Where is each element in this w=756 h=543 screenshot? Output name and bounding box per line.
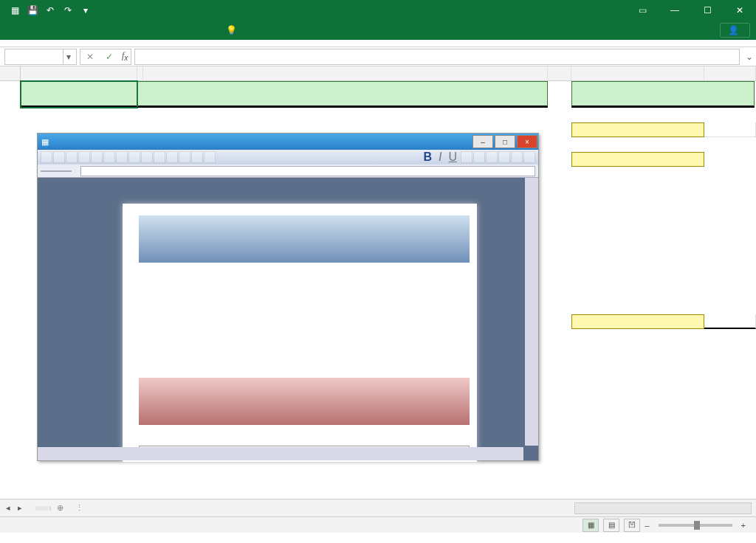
cell-r1c3[interactable] [137,81,548,108]
formula-controls: ✕ ✓ fx [80,49,131,65]
tab-file[interactable] [6,27,27,33]
enter-formula-button[interactable]: ✓ [100,49,119,64]
sheet-tab-more[interactable] [35,506,51,511]
tab-review[interactable] [148,27,168,33]
toolbar-icon [154,151,165,163]
name-box-dropdown[interactable]: ▾ [63,49,73,64]
col-header[interactable] [548,66,571,80]
qat-customize-button[interactable]: ▾ [77,1,94,19]
view-normal-button[interactable]: ▦ [583,519,599,532]
cell-graph-sheet-name-value[interactable] [704,122,756,137]
sheet-nav-prev[interactable]: ▸ [15,502,25,514]
chart-x-axis [139,432,470,443]
chart-bar-row-north [139,378,470,425]
tab-view[interactable] [171,27,192,33]
underline-icon: U [445,151,460,164]
embed-close-button: × [517,135,537,148]
formula-input[interactable] [134,49,740,65]
view-page-layout-button[interactable]: ▤ [603,519,619,532]
zoom-in-button[interactable]: + [741,521,746,530]
minimize-button[interactable]: — [659,0,691,21]
zoom-slider[interactable] [659,524,732,527]
formula-bar-row: ▾ ✕ ✓ fx ⌄ [0,47,756,66]
tab-team[interactable] [195,27,216,33]
tab-data[interactable] [124,27,145,33]
tab-formula[interactable] [100,27,121,33]
embed-hscroll [38,447,523,460]
toolbar-icon [191,151,203,163]
excel-icon: ▦ [38,137,52,147]
zoom-thumb[interactable] [694,521,700,530]
redo-button[interactable]: ↷ [59,1,77,19]
toolbar-icon [179,151,190,163]
select-all-corner[interactable] [0,66,21,80]
ribbon-collapsed [0,40,756,47]
excel-icon: ▦ [6,1,24,19]
col-header[interactable] [704,66,756,80]
status-bar: ▦ ▤ 凹 – + [0,516,756,533]
title-bar: ▦ 💾 ↶ ↷ ▾ ▭ — ☐ ✕ [0,0,756,21]
toolbar-icon [91,151,103,163]
col-header[interactable] [571,66,704,80]
embed-formula-bar [38,165,538,178]
bold-icon: B [420,151,435,164]
toolbar-icon [461,151,472,163]
worksheet-grid[interactable]: ▦ – □ × B I U [0,66,756,499]
view-page-break-button[interactable]: 凹 [624,519,640,532]
new-sheet-button[interactable]: ⊕ [51,501,69,515]
name-box[interactable]: ▾ [4,49,77,65]
cell-graph-sheet-name-label[interactable] [571,122,704,137]
cell-formula-label[interactable] [571,152,704,167]
col-header[interactable] [143,66,548,80]
cell-r1c1[interactable] [21,81,137,108]
cell-property-name-header[interactable] [704,314,756,329]
toolbar-icon [66,151,78,163]
undo-button[interactable]: ↶ [41,1,59,19]
person-icon: 👤 [728,25,739,35]
tab-layout[interactable] [77,27,97,33]
zoom-out-button[interactable]: – [645,521,649,530]
embed-minimize-button: – [472,135,493,148]
share-button[interactable]: 👤 [720,23,750,38]
col-header[interactable] [137,66,143,80]
tell-me-search[interactable]: 💡 [226,25,241,35]
window-controls: ▭ — ☐ ✕ [626,0,756,21]
embedded-image: ▦ – □ × B I U [37,133,539,461]
close-button[interactable]: ✕ [724,0,756,21]
embed-chart-area [38,178,523,446]
toolbar-icon [116,151,128,163]
sheet-nav-first[interactable]: ◂ [3,502,13,514]
quick-access-toolbar: ▦ 💾 ↶ ↷ ▾ [0,1,94,19]
toolbar-icon [103,151,115,163]
maximize-button[interactable]: ☐ [691,0,724,21]
sheet-nav-ellipsis[interactable] [27,502,32,514]
embed-maximize-button: □ [495,135,515,148]
horizontal-scrollbar[interactable] [574,502,752,514]
tab-home[interactable] [30,27,50,33]
toolbar-icon [53,151,65,163]
sheet-tab-menu[interactable]: ⋮ [69,501,89,515]
col-header[interactable] [21,66,137,80]
cancel-formula-button[interactable]: ✕ [80,49,100,64]
italic-icon: I [436,151,444,164]
ribbon-tabs: 💡 👤 [0,21,756,40]
chart-bar-row-south [139,215,470,263]
tab-insert[interactable] [53,27,74,33]
chart-plot [123,204,477,462]
toolbar-icon [78,151,90,163]
toolbar-icon [523,151,535,163]
toolbar-icon [41,151,52,163]
toolbar-icon [204,151,216,163]
embed-vscroll [525,178,538,446]
toolbar-icon [511,151,523,163]
toolbar-icon [166,151,178,163]
embed-toolbar: B I U [38,150,538,165]
ribbon-display-button[interactable]: ▭ [626,0,659,21]
cell-property-info-label[interactable] [571,314,704,329]
sheet-tab-bar: ◂ ▸ ⊕ ⋮ [0,499,756,516]
save-button[interactable]: 💾 [24,1,41,19]
fx-icon[interactable]: fx [119,50,131,62]
cell-r1c5[interactable] [571,81,755,108]
column-headers [0,66,756,81]
formula-bar-expand[interactable]: ⌄ [743,52,756,62]
